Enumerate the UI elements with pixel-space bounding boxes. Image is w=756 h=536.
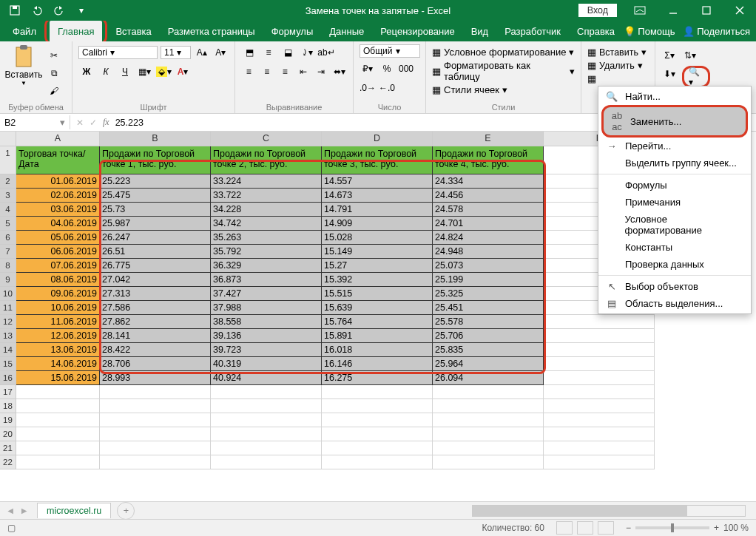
cell[interactable] [433,399,544,413]
row-header-20[interactable]: 20 [0,427,16,441]
cell[interactable] [544,385,655,399]
cell[interactable] [433,413,544,427]
cell-data[interactable]: 25.578 [433,315,544,329]
cell-data[interactable]: 24.701 [433,217,544,231]
italic-button[interactable]: К [98,64,114,80]
row-header-4[interactable]: 4 [0,203,16,217]
tell-me[interactable]: 💡 Помощь [624,26,675,37]
menu-cond-format[interactable]: Условное форматирование [598,211,751,239]
cell-data[interactable]: 27.313 [100,287,211,301]
row-header-14[interactable]: 14 [0,343,16,357]
cell-date[interactable]: 11.06.2019 [16,315,100,329]
cell[interactable] [100,413,211,427]
row-header-12[interactable]: 12 [0,315,16,329]
cell[interactable] [322,385,433,399]
cell[interactable] [544,315,655,329]
copy-icon[interactable]: ⧉ [46,65,62,81]
underline-button[interactable]: Ч [117,64,133,80]
cell[interactable] [322,427,433,441]
minimize-icon[interactable] [656,0,689,21]
find-select-button[interactable]: 🔍▾ [688,69,704,85]
row-header-16[interactable]: 16 [0,371,16,385]
cell-data[interactable]: 28.993 [100,371,211,385]
cell[interactable] [544,343,655,357]
font-size-select[interactable]: 11 ▾ [161,46,191,59]
cell-data[interactable]: 35.792 [211,245,322,259]
col-header-A[interactable]: A [16,132,100,146]
normal-view-icon[interactable] [556,521,573,535]
qat-more-icon[interactable]: ▾ [72,1,90,19]
cell-data[interactable]: 39.723 [211,343,322,357]
cell-data[interactable]: 25.835 [433,343,544,357]
tab-file[interactable]: Файл [4,21,44,41]
cell[interactable] [16,413,100,427]
align-right-icon[interactable]: ≡ [277,64,293,80]
menu-select-objects[interactable]: ↖Выбор объектов [598,278,751,295]
cell-data[interactable]: 15.515 [322,287,433,301]
cell-data[interactable]: 24.578 [433,203,544,217]
tab-layout[interactable]: Разметка страницы [160,21,263,41]
menu-replace[interactable]: abacЗаменить... [601,105,748,138]
insert-cells[interactable]: ▦ Вставить ▾ [587,46,649,58]
menu-data-validation[interactable]: Проверка данных [598,256,751,273]
cell[interactable] [211,385,322,399]
cell[interactable] [211,427,322,441]
indent-left-icon[interactable]: ⇤ [296,64,311,80]
cell-data[interactable]: 27.042 [100,273,211,287]
close-icon[interactable] [723,0,756,21]
tab-data[interactable]: Данные [321,21,372,41]
page-break-view-icon[interactable] [598,521,614,535]
row-header-13[interactable]: 13 [0,329,16,343]
cell-data[interactable]: 25.73 [100,203,211,217]
row-header-15[interactable]: 15 [0,357,16,371]
sort-icon[interactable]: ⇅▾ [682,47,698,64]
cut-icon[interactable]: ✂ [46,47,62,64]
percent-icon[interactable]: % [379,61,395,77]
col-header-C[interactable]: C [211,132,322,146]
cell-data[interactable]: 27.862 [100,315,211,329]
cell[interactable] [211,399,322,413]
cell[interactable] [16,399,100,413]
decrease-decimal-icon[interactable]: ←.0 [379,80,395,96]
row-header-7[interactable]: 7 [0,245,16,259]
cell[interactable] [544,455,655,469]
tab-developer[interactable]: Разработчик [496,21,569,41]
cell-data[interactable]: 37.988 [211,301,322,315]
menu-find[interactable]: 🔍Найти... [598,88,751,105]
orientation-icon[interactable]: ⤸▾ [299,44,315,61]
increase-decimal-icon[interactable]: .0→ [360,80,376,96]
cell-date[interactable]: 02.06.2019 [16,189,100,203]
tab-home[interactable]: Главная [50,21,102,41]
cell-data[interactable]: 15.149 [322,245,433,259]
delete-cells[interactable]: ▦ Удалить ▾ [587,59,649,72]
row-header-11[interactable]: 11 [0,301,16,315]
cell[interactable] [544,357,655,371]
ribbon-options-icon[interactable] [623,0,656,21]
cell[interactable] [544,371,655,385]
cell-data[interactable]: 15.392 [322,273,433,287]
cell[interactable] [16,441,100,455]
cell[interactable] [433,441,544,455]
row-header-1[interactable]: 1 [0,146,16,174]
cell-data[interactable]: 15.028 [322,231,433,245]
cell-data[interactable]: 24.824 [433,231,544,245]
format-painter-icon[interactable]: 🖌 [46,83,62,99]
cell-data[interactable]: 36.329 [211,259,322,273]
row-header-5[interactable]: 5 [0,217,16,231]
share-button[interactable]: 👤 Поделиться [683,26,750,37]
row-header-8[interactable]: 8 [0,259,16,273]
number-format-select[interactable]: Общий ▾ [360,44,420,58]
cell-data[interactable]: 15.27 [322,259,433,273]
menu-goto[interactable]: →Перейти... [598,138,751,155]
align-center-icon[interactable]: ≡ [260,64,275,80]
menu-comments[interactable]: Примечания [598,194,751,211]
tab-formulas[interactable]: Формулы [263,21,322,41]
currency-icon[interactable]: ₽▾ [360,61,376,77]
cell-data[interactable]: 25.451 [433,301,544,315]
cell-date[interactable]: 15.06.2019 [16,371,100,385]
cell-data[interactable]: 15.891 [322,329,433,343]
cell-data[interactable]: 25.199 [433,273,544,287]
comma-icon[interactable]: 000 [398,61,414,77]
align-top-icon[interactable]: ⬒ [241,44,257,61]
table-header[interactable]: Продажи по Торговой точке 1, тыс. руб. [100,146,211,174]
